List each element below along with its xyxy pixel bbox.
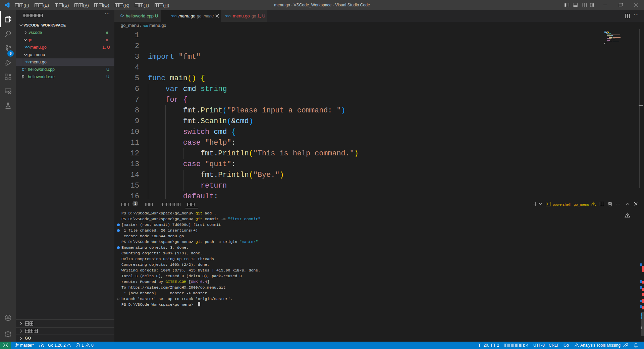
svg-text:C: C xyxy=(120,14,123,18)
svg-text:C: C xyxy=(22,67,24,71)
svg-text:GO: GO xyxy=(25,46,30,49)
svg-text:GO: GO xyxy=(144,24,148,28)
svg-text:GO: GO xyxy=(172,15,176,18)
svg-text:GO: GO xyxy=(226,15,230,18)
